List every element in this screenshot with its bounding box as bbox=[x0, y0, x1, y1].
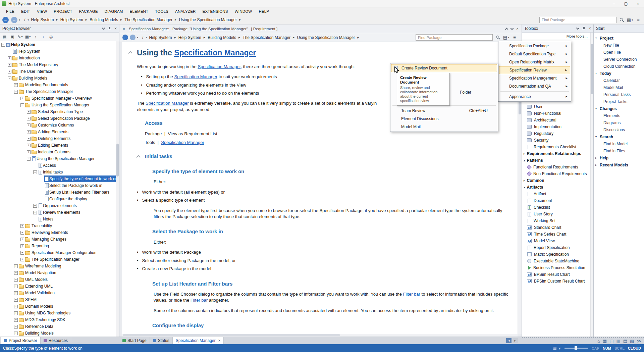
more-tools-link[interactable]: More tools... bbox=[567, 34, 588, 38]
dropdown-menu-item-specification-package[interactable]: Specification Package▶ bbox=[499, 42, 570, 50]
dropdown-menu-item-specification-management[interactable]: Specification Management▶ bbox=[499, 74, 570, 82]
expand-plus-icon[interactable]: + bbox=[14, 83, 18, 87]
breadcrumb-item-using-the-specification-manager[interactable]: Using the Specification Manager bbox=[179, 17, 237, 22]
doc-link[interactable]: Specification Manager bbox=[174, 74, 217, 79]
toolbox-item-user-story[interactable]: User Story bbox=[522, 211, 590, 217]
start-item-personal-tasks[interactable]: Personal Tasks bbox=[595, 91, 643, 98]
more-icon[interactable]: ≫ bbox=[637, 339, 641, 344]
context-menu-item-element-discussions[interactable]: Element Discussions bbox=[391, 115, 497, 123]
expand-plus-icon[interactable]: + bbox=[14, 325, 18, 329]
view-options-icon[interactable]: ▦▾ bbox=[24, 34, 31, 40]
doc-link[interactable]: Specification Manager bbox=[146, 101, 189, 106]
scrollbar-thumb[interactable] bbox=[116, 144, 119, 177]
tree-item-model-navigation[interactable]: +Model Navigation bbox=[0, 269, 116, 276]
project-tree-icon[interactable]: ▤ bbox=[1, 34, 8, 40]
start-item-elements[interactable]: Elements bbox=[595, 112, 643, 119]
doc-link[interactable]: Specification Manager bbox=[161, 140, 204, 145]
tree-item-wireframe-modeling[interactable]: +Wireframe Modeling bbox=[0, 263, 116, 269]
tree-item-specify-the-type-of-element-to-work-on[interactable]: Specify the type of element to work on bbox=[0, 175, 116, 182]
collapse-minus-icon[interactable]: − bbox=[1, 43, 5, 47]
expand-plus-icon[interactable]: + bbox=[8, 56, 11, 60]
tree-item-reporting[interactable]: +Reporting bbox=[0, 243, 116, 249]
tree-item-help-system[interactable]: Help System bbox=[0, 48, 116, 55]
toolbox-item-artifact[interactable]: Artifact bbox=[522, 191, 590, 197]
toolbox-item-regulatory[interactable]: Regulatory bbox=[522, 130, 590, 137]
toolbox-item-executable-statemachine[interactable]: Executable StateMachine bbox=[522, 258, 590, 264]
dropdown-menu-item-default-specification-type[interactable]: Default Specification Type▶ bbox=[499, 50, 570, 58]
toolbox-item-document[interactable]: Document bbox=[522, 197, 590, 204]
toolbox-item-checklist[interactable]: Checklist bbox=[522, 204, 590, 211]
start-section-help[interactable]: ▸Help bbox=[595, 154, 643, 161]
tab-status[interactable]: Status bbox=[150, 337, 173, 344]
context-menu-item-model-mail[interactable]: Model Mail bbox=[391, 123, 497, 131]
breadcrumb-item-using-the-specification-manager[interactable]: Using the Specification Manager bbox=[297, 35, 355, 40]
expand-plus-icon[interactable]: + bbox=[20, 251, 24, 255]
toolbox-item-implementation[interactable]: Implementation bbox=[522, 123, 590, 130]
tree-item-spem[interactable]: +SPEM bbox=[0, 296, 116, 303]
toolbox-item-security[interactable]: Security bbox=[522, 137, 590, 144]
layout-icon[interactable]: ▦ bbox=[603, 339, 607, 344]
expand-plus-icon[interactable]: + bbox=[27, 110, 31, 114]
close-button[interactable]: × bbox=[632, 0, 644, 7]
expand-plus-icon[interactable]: + bbox=[14, 318, 18, 322]
tree-item-modeling-fundamentals[interactable]: +Modeling Fundamentals bbox=[0, 82, 116, 88]
tree-item-specification-manager-overview[interactable]: +Specification Manager - Overview bbox=[0, 95, 116, 102]
tree-item-reference-data[interactable]: +Reference Data bbox=[0, 323, 116, 330]
menubar-item-analyzer[interactable]: ANALYZER bbox=[172, 9, 199, 13]
tree-item-the-model-repository[interactable]: +The Model Repository bbox=[0, 61, 116, 68]
toolbox-item-architectural[interactable]: Architectural bbox=[522, 117, 590, 123]
close-tab-icon[interactable]: × bbox=[218, 338, 220, 343]
toolbox-item-bpsim-custom-result-chart[interactable]: BPSim Custom Result Chart bbox=[522, 278, 590, 285]
edit-icon[interactable]: ✎▾ bbox=[17, 34, 23, 40]
panel-close-icon[interactable]: × bbox=[589, 26, 591, 31]
tree-item-configure-the-display[interactable]: Configure the display bbox=[0, 196, 116, 202]
start-item-calendar[interactable]: Calendar bbox=[595, 77, 643, 84]
menubar-item-edit[interactable]: EDIT bbox=[18, 9, 34, 13]
breadcrumb-item-help-system[interactable]: Help System bbox=[31, 17, 54, 22]
forward-button[interactable]: → bbox=[11, 17, 17, 23]
start-section-today[interactable]: ▾Today bbox=[595, 70, 643, 77]
tree-item-the-specification-manager[interactable]: −The Specification Manager bbox=[0, 88, 116, 95]
breadcrumb-root[interactable]: / bbox=[24, 17, 25, 22]
expand-plus-icon[interactable]: + bbox=[27, 144, 31, 147]
back-button[interactable]: ← bbox=[2, 17, 9, 23]
context-menu-item-team-review[interactable]: Team ReviewCtrl+Alt+U bbox=[391, 107, 497, 115]
panel-menu-icon[interactable] bbox=[102, 26, 105, 30]
design-icon[interactable]: ▧ bbox=[630, 339, 634, 344]
tree-item-customize-columns[interactable]: +Customize Columns bbox=[0, 122, 116, 129]
history-dropdown-icon[interactable]: ▾ bbox=[19, 18, 20, 21]
doc-link[interactable]: Filter bar bbox=[191, 298, 208, 303]
toolbox-group-patterns[interactable]: ▴Patterns bbox=[522, 157, 590, 164]
start-section-changes[interactable]: ▾Changes bbox=[595, 105, 643, 112]
pin-icon[interactable] bbox=[108, 27, 111, 31]
breadcrumb-item-building-models[interactable]: Building Models bbox=[90, 17, 118, 22]
back-button[interactable]: ← bbox=[122, 35, 128, 40]
expand-plus-icon[interactable]: + bbox=[20, 244, 24, 248]
view-options-button[interactable]: ▦▾ bbox=[627, 16, 633, 23]
breadcrumb-dropdown-icon[interactable]: ▾ bbox=[28, 18, 29, 21]
expand-plus-icon[interactable]: + bbox=[20, 224, 24, 228]
sync-icon[interactable]: ◎ bbox=[48, 34, 54, 40]
scroll-tabs-right-icon[interactable]: ▸ bbox=[513, 338, 518, 343]
start-section-recent-models[interactable]: ▸Recent Models bbox=[595, 161, 643, 168]
zoom-slider[interactable] bbox=[565, 348, 588, 349]
breadcrumb-root[interactable]: / bbox=[142, 35, 143, 40]
tree-item-building-models[interactable]: +Building Models bbox=[0, 330, 116, 337]
tree-item-traceability[interactable]: +Traceability bbox=[0, 222, 116, 229]
breadcrumb-dropdown-icon[interactable]: ▾ bbox=[146, 36, 147, 39]
tree-item-help-system[interactable]: −Help System bbox=[0, 41, 116, 48]
expand-plus-icon[interactable]: + bbox=[14, 305, 18, 308]
history-dropdown-icon[interactable]: ▾ bbox=[137, 36, 138, 39]
search-button[interactable] bbox=[618, 16, 625, 23]
tree-item-indicator-columns[interactable]: +Indicator Columns bbox=[0, 149, 116, 155]
start-item-cloud-connection[interactable]: Cloud Connection bbox=[595, 63, 643, 70]
menubar-item-window[interactable]: WINDOW bbox=[231, 9, 256, 13]
collapse-minus-icon[interactable]: − bbox=[27, 157, 31, 161]
expand-plus-icon[interactable]: + bbox=[27, 117, 31, 120]
tab-resources[interactable]: Resources bbox=[41, 337, 71, 344]
tree-item-organize-elements[interactable]: +Organize elements bbox=[0, 202, 116, 209]
tree-item-domain-models[interactable]: +Domain Models bbox=[0, 303, 116, 310]
find-package-input[interactable] bbox=[539, 17, 616, 23]
zoom-slider-thumb[interactable] bbox=[575, 346, 577, 350]
expand-plus-icon[interactable]: + bbox=[20, 231, 24, 235]
